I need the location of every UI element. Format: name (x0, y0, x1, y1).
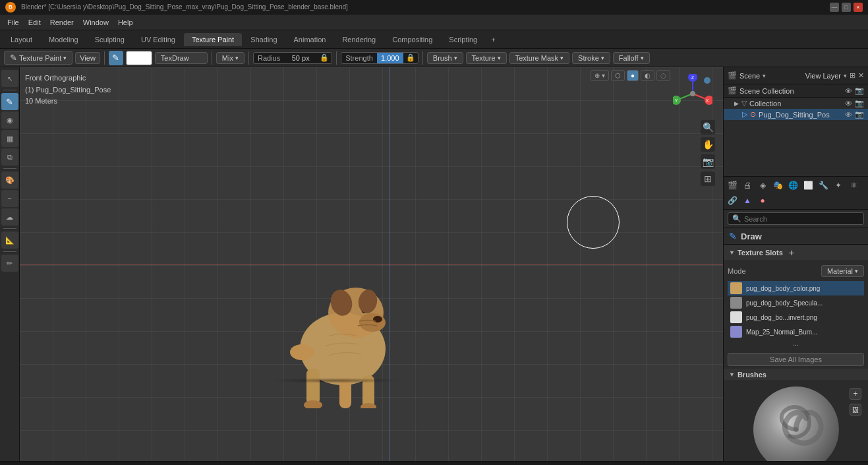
blend-chevron: ▾ (235, 55, 239, 61)
props-scene-icon[interactable]: 🎭 (770, 178, 785, 193)
tex-item-1[interactable]: pug_dog_body_Specula... (728, 295, 864, 310)
overlay-dropdown-btn[interactable]: ⊕ ▾ (591, 70, 609, 81)
tab-modeling[interactable]: Modeling (41, 33, 86, 46)
props-particles-icon[interactable]: ✦ (831, 178, 846, 193)
xray-toggle[interactable]: ⬡ (611, 70, 625, 81)
tool-fill[interactable]: ◉ (1, 111, 18, 129)
render-engine-icon[interactable]: ⊞ (850, 71, 855, 80)
props-output-icon[interactable]: 🖨 (740, 178, 755, 193)
tool-soften[interactable]: ☁ (1, 208, 18, 226)
mode-select-dropdown[interactable]: Material ▾ (821, 265, 864, 277)
props-world-icon[interactable]: 🌐 (786, 178, 800, 193)
mode-chevron-icon: ▾ (855, 268, 858, 274)
collection-visibility[interactable]: 👁 (845, 100, 852, 108)
props-view-layer-icon[interactable]: ◈ (755, 178, 770, 193)
collection-icon: ▽ (741, 99, 747, 108)
props-render-icon[interactable]: 🎬 (725, 178, 739, 193)
tab-shading[interactable]: Shading (243, 33, 285, 46)
menu-help[interactable]: Help (113, 17, 138, 28)
tab-uv-editing[interactable]: UV Editing (133, 33, 183, 46)
add-texture-btn[interactable]: + (786, 247, 797, 259)
menu-window[interactable]: Window (78, 17, 113, 28)
tex-item-0[interactable]: pug_dog_body_color.png (728, 281, 864, 295)
window-maximize[interactable]: □ (842, 3, 851, 12)
window-minimize[interactable]: — (830, 3, 839, 12)
brush-dropdown[interactable]: Brush ▾ (427, 52, 463, 64)
mode-icon: ✎ (10, 53, 17, 63)
model-visibility[interactable]: 👁 (845, 111, 852, 119)
tab-scripting[interactable]: Scripting (441, 33, 485, 46)
tex-item-2[interactable]: pug_dog_bo...invert.png (728, 310, 864, 325)
collection-render[interactable]: 📷 (855, 99, 864, 108)
tab-compositing[interactable]: Compositing (384, 33, 440, 46)
tab-add[interactable]: + (486, 33, 500, 46)
tool-color-picker[interactable]: 🎨 (1, 171, 18, 189)
falloff-dropdown[interactable]: Falloff ▾ (613, 52, 650, 64)
scene-visibility-toggle[interactable]: 👁 (845, 87, 852, 95)
tab-sculpting[interactable]: Sculpting (87, 33, 132, 46)
texture-dropdown[interactable]: Texture ▾ (466, 52, 507, 64)
nav-zoom-icon[interactable]: 🔍 (701, 120, 715, 135)
menu-edit[interactable]: Edit (24, 17, 45, 28)
save-all-images-btn[interactable]: Save All Images (728, 353, 864, 366)
brushes-header[interactable]: ▼ Brushes (724, 369, 868, 381)
texture-slots-header[interactable]: ▼ Texture Slots + (724, 245, 868, 261)
menu-render[interactable]: Render (45, 17, 78, 28)
ground-shadow (270, 378, 402, 383)
menu-file[interactable]: File (3, 17, 24, 28)
close-panel-icon[interactable]: ✕ (858, 71, 864, 80)
axis-widget[interactable]: X Y Z (673, 74, 712, 113)
props-material-icon[interactable]: ● (755, 193, 770, 208)
strength-control: Strength 1.000 🔒 (341, 52, 419, 64)
nav-camera-icon[interactable]: 📷 (701, 154, 715, 169)
stroke-dropdown[interactable]: Stroke ▾ (572, 52, 610, 64)
view-button[interactable]: View (75, 52, 100, 64)
props-object-icon[interactable]: ⬜ (801, 178, 815, 193)
tool-annotate[interactable]: ✏ (1, 255, 18, 272)
props-data-icon[interactable]: ▲ (740, 193, 755, 208)
falloff-chevron: ▾ (641, 55, 644, 61)
tool-smear[interactable]: ~ (1, 190, 18, 207)
tool-brush[interactable]: ✎ (1, 93, 18, 110)
props-modifiers-icon[interactable]: 🔧 (816, 178, 830, 193)
shading-solid[interactable]: ● (627, 70, 639, 81)
search-input[interactable] (744, 215, 859, 223)
tool-gradient[interactable]: ▦ (1, 130, 18, 147)
texture-mask-dropdown[interactable]: Texture Mask ▾ (509, 52, 569, 64)
collection-label: Collection (749, 100, 781, 108)
brush-preview[interactable] (753, 387, 839, 461)
scene-icon: 🎬 (728, 71, 737, 80)
radius-lock-icon[interactable]: 🔒 (317, 53, 332, 62)
separator-4 (336, 51, 337, 65)
tab-layout[interactable]: Layout (3, 33, 40, 46)
tool-clone[interactable]: ⧉ (1, 148, 18, 166)
model-render[interactable]: 📷 (855, 110, 864, 119)
strength-lock-icon[interactable]: 🔒 (403, 53, 418, 62)
view-layer-dropdown-icon[interactable]: ▾ (844, 73, 847, 79)
collection-item[interactable]: ▶ ▽ Collection 👁 📷 (724, 98, 868, 109)
color-swatch[interactable] (126, 51, 152, 65)
scene-render-toggle[interactable]: 📷 (855, 86, 864, 95)
tool-measure[interactable]: 📐 (1, 232, 18, 249)
model-item[interactable]: ▷ ⊙ Pug_Dog_Sitting_Pos 👁 📷 (724, 109, 868, 120)
brush-preview-img-btn[interactable]: 🖼 (850, 404, 861, 416)
shading-rendered[interactable]: ◌ (656, 70, 670, 81)
mode-dropdown[interactable]: ✎ Texture Paint ▾ (4, 51, 72, 65)
nav-grid-icon[interactable]: ⊞ (701, 171, 715, 186)
shading-lookdev[interactable]: ◐ (641, 70, 654, 81)
brush-name-display[interactable]: TexDraw (155, 52, 208, 64)
nav-pan-icon[interactable]: ✋ (701, 137, 715, 152)
tab-rendering[interactable]: Rendering (334, 33, 384, 46)
blend-mode-dropdown[interactable]: Mix ▾ (216, 52, 245, 64)
tex-item-3[interactable]: Map_25_Normal_Bum... (728, 325, 864, 339)
tab-texture-paint[interactable]: Texture Paint (184, 33, 242, 46)
brush-preview-add-btn[interactable]: + (850, 388, 861, 400)
scene-dropdown-icon[interactable]: ▾ (763, 73, 766, 79)
tool-select[interactable]: ↖ (1, 70, 18, 87)
props-physics-icon[interactable]: ⚛ (846, 178, 861, 193)
window-close[interactable]: × (854, 3, 863, 12)
tab-animation[interactable]: Animation (286, 33, 334, 46)
workspace-tabs: Layout Modeling Sculpting UV Editing Tex… (0, 30, 868, 49)
viewport[interactable]: Front Orthographic (1) Pug_Dog_Sitting_P… (20, 67, 723, 461)
props-constraints-icon[interactable]: 🔗 (725, 193, 739, 208)
